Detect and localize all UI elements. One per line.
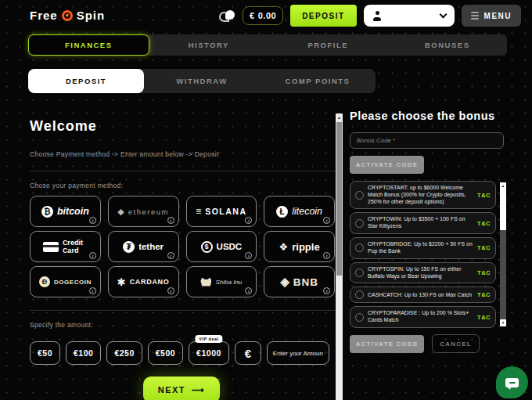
deposit-button[interactable]: DEPOSIT bbox=[290, 5, 356, 27]
header-actions: € 0.00 DEPOSIT MENU bbox=[219, 5, 521, 27]
next-button[interactable]: NEXT ⟶ bbox=[143, 377, 220, 400]
payment-method-cardano[interactable]: ✱ CARDANO i bbox=[108, 266, 179, 297]
payment-method-bnb[interactable]: ◈ BNB i bbox=[264, 266, 335, 297]
bonus-option-cryptostart[interactable]: CRYPTOSTART: up to $6000 Welcome Match B… bbox=[350, 181, 496, 209]
amount-button-250[interactable]: €250 bbox=[106, 341, 142, 365]
live-chat-widget[interactable] bbox=[496, 366, 528, 398]
payment-method-ethereum[interactable]: ◆ ethereum i bbox=[108, 196, 179, 227]
info-icon[interactable]: i bbox=[245, 217, 252, 224]
terms-link[interactable]: T&C bbox=[477, 314, 491, 321]
tab-profile[interactable]: PROFILE bbox=[268, 34, 388, 56]
scrollbar-thumb[interactable] bbox=[500, 189, 506, 230]
bnb-icon: ◈ bbox=[280, 275, 289, 289]
page-scrollbar[interactable]: ▲ bbox=[336, 114, 343, 400]
bonus-option-cryptospin[interactable]: CRYPTOSPIN: Up to 150 FS on either Buffa… bbox=[350, 262, 496, 284]
payment-method-litecoin[interactable]: Ł litecoin i bbox=[264, 196, 335, 227]
activate-code-button-top[interactable]: ACTIVATE CODE bbox=[350, 156, 424, 174]
tab-bonuses[interactable]: BONUSES bbox=[388, 34, 508, 56]
user-dropdown[interactable] bbox=[364, 5, 455, 27]
subtab-deposit[interactable]: DEPOSIT bbox=[28, 69, 144, 93]
radio-icon[interactable] bbox=[355, 313, 364, 322]
info-icon[interactable]: i bbox=[89, 217, 96, 224]
info-icon[interactable]: i bbox=[167, 252, 174, 259]
choose-method-label: Chose your payment method: bbox=[30, 182, 335, 189]
radio-icon[interactable] bbox=[355, 219, 364, 228]
amount-button-500[interactable]: €500 bbox=[148, 341, 183, 365]
info-icon[interactable]: i bbox=[167, 287, 174, 294]
subtab-comp-points[interactable]: COMP POINTS bbox=[260, 69, 376, 93]
deposit-instructions: Choose Payment method -> Enter amount be… bbox=[30, 150, 335, 158]
deposit-panel: Welcome Choose Payment method -> Enter a… bbox=[30, 106, 335, 400]
amount-button-50[interactable]: €50 bbox=[30, 341, 60, 365]
divider bbox=[30, 310, 335, 311]
custom-amount-input[interactable] bbox=[267, 341, 329, 365]
payment-method-usdc[interactable]: $ USDC i bbox=[186, 231, 257, 262]
menu-button[interactable]: MENU bbox=[462, 5, 521, 27]
solana-icon: ≡ bbox=[196, 206, 201, 217]
bonus-option-cryptoparadise[interactable]: CRYPTOPARADISE : Up to 200 % Slots+ Card… bbox=[350, 306, 496, 328]
terms-link[interactable]: T&C bbox=[477, 244, 491, 251]
currency-prefix: € bbox=[235, 341, 261, 365]
bonus-code-input[interactable] bbox=[350, 132, 504, 149]
amount-button-100[interactable]: €100 bbox=[66, 341, 101, 365]
radio-icon[interactable] bbox=[355, 290, 364, 299]
menu-label: MENU bbox=[484, 12, 512, 20]
tab-history[interactable]: HISTORY bbox=[149, 34, 269, 56]
shiba-inu-icon bbox=[200, 278, 211, 286]
welcome-title: Welcome bbox=[30, 118, 335, 135]
euro-coin-icon: € bbox=[250, 11, 255, 20]
cardano-icon: ✱ bbox=[117, 276, 126, 288]
info-icon[interactable]: i bbox=[323, 217, 330, 224]
payment-method-shiba-inu[interactable]: Shiba Inu i bbox=[186, 266, 257, 297]
ethereum-icon: ◆ bbox=[117, 207, 124, 217]
info-icon[interactable]: i bbox=[245, 287, 252, 294]
vip-deal-badge: VIP deal bbox=[195, 335, 222, 343]
usdc-icon: $ bbox=[201, 241, 213, 253]
payment-method-ripple[interactable]: ❖ ripple i bbox=[264, 231, 335, 262]
bonus-list-scrollbar[interactable]: ▲ ▼ bbox=[500, 182, 506, 326]
subtab-withdraw[interactable]: WITHDRAW bbox=[144, 69, 260, 93]
bitcoin-icon: ₿ bbox=[41, 206, 53, 218]
bonus-option-cryptowin[interactable]: CRYPTOWIN: Up to $3500 + 100 FS on Star … bbox=[350, 212, 496, 234]
info-icon[interactable]: i bbox=[323, 252, 330, 259]
info-icon[interactable]: i bbox=[245, 252, 252, 259]
bonus-option-cryptobridge[interactable]: CRYPTOBRIDGE: Up to $2200 + 50 FS on Pop… bbox=[350, 237, 496, 259]
chat-bubble-icon bbox=[505, 378, 519, 387]
amount-presets: €50 €100 €250 €500 VIP deal bbox=[30, 341, 335, 365]
payment-method-dogecoin[interactable]: Ð DOGECOIN i bbox=[30, 266, 101, 297]
cancel-button[interactable]: CANCEL bbox=[432, 334, 480, 353]
amount-button-1000[interactable]: VIP deal €1000 bbox=[189, 341, 229, 365]
balance-display: € 0.00 bbox=[243, 6, 283, 25]
scrollbar-thumb[interactable] bbox=[336, 122, 342, 276]
scroll-up-icon[interactable]: ▲ bbox=[336, 114, 343, 121]
header: Free Spin € 0.00 DEPOSIT MENU bbox=[0, 0, 532, 31]
payment-method-tether[interactable]: ₮ tether i bbox=[108, 231, 179, 262]
payment-method-grid: ₿ bitcoin i ◆ ethereum i ≡ SOLANA i Ł li… bbox=[30, 196, 335, 297]
radio-icon[interactable] bbox=[355, 243, 364, 252]
chat-bubbles-icon[interactable] bbox=[219, 9, 235, 23]
terms-link[interactable]: T&C bbox=[477, 269, 491, 276]
payment-method-credit-card[interactable]: Credit Card i bbox=[30, 231, 101, 262]
activate-code-button-bottom[interactable]: ACTIVATE CODE bbox=[350, 335, 424, 353]
info-icon[interactable]: i bbox=[167, 217, 174, 224]
bonus-option-cashcatch[interactable]: CASHCATCH: Up to 130 FS on Max Catch T&C bbox=[350, 286, 496, 303]
divider bbox=[30, 171, 335, 171]
radio-icon[interactable] bbox=[355, 191, 364, 200]
terms-link[interactable]: T&C bbox=[477, 291, 491, 298]
terms-link[interactable]: T&C bbox=[477, 192, 491, 199]
tab-finances[interactable]: FINANCES bbox=[28, 34, 149, 56]
arrow-right-icon: ⟶ bbox=[192, 385, 205, 395]
bonus-panel-title: Please choose the bonus bbox=[350, 110, 505, 122]
scroll-down-icon[interactable]: ▼ bbox=[500, 319, 506, 326]
info-icon[interactable]: i bbox=[323, 287, 330, 294]
payment-method-solana[interactable]: ≡ SOLANA i bbox=[186, 196, 257, 227]
info-icon[interactable]: i bbox=[89, 287, 96, 294]
scroll-up-icon[interactable]: ▲ bbox=[500, 182, 506, 189]
info-icon[interactable]: i bbox=[89, 252, 96, 259]
next-label: NEXT bbox=[158, 385, 185, 395]
logo-text-free: Free bbox=[30, 9, 58, 22]
terms-link[interactable]: T&C bbox=[477, 220, 491, 227]
bonus-actions: ACTIVATE CODE CANCEL bbox=[350, 334, 505, 353]
radio-icon[interactable] bbox=[355, 268, 364, 277]
payment-method-bitcoin[interactable]: ₿ bitcoin i bbox=[30, 196, 101, 227]
